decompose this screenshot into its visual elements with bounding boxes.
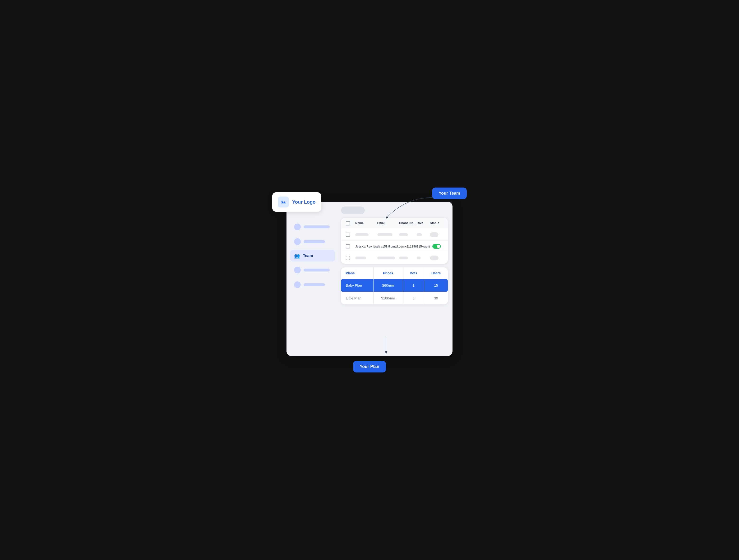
table-header: Name Email Phone No. Role Status — [341, 218, 448, 229]
row3-phone-skeleton — [399, 256, 408, 259]
th-users: Users — [424, 267, 448, 279]
little-plan-name: Little Plan — [341, 292, 373, 305]
th-role: Role — [417, 221, 430, 225]
svg-rect-2 — [280, 199, 287, 205]
baby-plan-name: Baby Plan — [341, 279, 373, 292]
app-window: 👥 Team Name — [287, 202, 452, 356]
row3-checkbox[interactable] — [346, 256, 350, 260]
sidebar-item-4[interactable] — [290, 264, 335, 276]
main-content: Name Email Phone No. Role Status — [339, 202, 452, 356]
plan-row-baby[interactable]: Baby Plan $60/mo 1 15 — [341, 279, 448, 292]
header-checkbox[interactable] — [346, 221, 350, 225]
row3-role-skeleton — [417, 256, 421, 259]
sidebar-dot-5 — [294, 282, 301, 288]
th-name: Name — [355, 221, 377, 225]
baby-plan-users: 15 — [424, 279, 448, 292]
svg-point-3 — [281, 201, 283, 202]
table-row — [341, 229, 448, 241]
row3-email-skeleton — [377, 256, 395, 259]
sidebar-item-team[interactable]: 👥 Team — [290, 250, 335, 261]
th-bots: Bots — [403, 267, 424, 279]
your-plan-bubble: Your Plan — [353, 361, 386, 372]
sidebar-bar-4 — [304, 268, 330, 271]
sidebar-dot-1 — [294, 224, 301, 230]
row1-email-skeleton — [377, 233, 393, 236]
baby-plan-bots: 1 — [403, 279, 424, 292]
logo-text: Your Logo — [292, 199, 316, 205]
row2-checkbox[interactable] — [346, 244, 350, 248]
sidebar-dot-2 — [294, 238, 301, 245]
row1-name-skeleton — [355, 233, 368, 236]
little-plan-price: $100/mo — [373, 292, 403, 305]
row2-name: Jessica Ray — [355, 245, 373, 248]
sidebar-item-2[interactable] — [290, 235, 335, 248]
search-bar[interactable] — [341, 206, 365, 214]
plans-table: Plans Prices Bots Users Baby Plan $60/mo… — [341, 267, 448, 305]
plans-header-row: Plans Prices Bots Users — [341, 267, 448, 279]
little-plan-bots: 5 — [403, 292, 424, 305]
sidebar-team-label: Team — [303, 253, 313, 258]
sidebar-bar-5 — [304, 283, 325, 286]
row1-role-skeleton — [417, 233, 422, 236]
plan-row-little[interactable]: Little Plan $100/mo 5 30 — [341, 292, 448, 305]
row2-phone: +211846315 — [405, 245, 422, 248]
sidebar: 👥 Team — [287, 202, 339, 356]
plans-card: Plans Prices Bots Users Baby Plan $60/mo… — [341, 267, 448, 305]
th-plans: Plans — [341, 267, 373, 279]
row1-status-skeleton — [430, 232, 439, 237]
row3-name-skeleton — [355, 256, 366, 259]
th-status: Status — [430, 221, 443, 225]
sidebar-item-5[interactable] — [290, 278, 335, 291]
your-team-bubble: Your Team — [432, 188, 467, 199]
row3-status-skeleton — [430, 255, 439, 260]
sidebar-bar-2 — [304, 240, 325, 243]
th-email: Email — [377, 221, 399, 225]
th-phone: Phone No. — [399, 221, 417, 225]
row1-checkbox[interactable] — [346, 233, 350, 237]
little-plan-users: 30 — [424, 292, 448, 305]
row1-phone-skeleton — [399, 233, 408, 236]
th-prices: Prices — [373, 267, 403, 279]
logo-icon — [278, 197, 289, 207]
sidebar-dot-4 — [294, 267, 301, 273]
team-card: Name Email Phone No. Role Status — [341, 218, 448, 264]
team-icon: 👥 — [294, 253, 300, 259]
sidebar-item-1[interactable] — [290, 221, 335, 233]
logo-card: Your Logo — [272, 192, 321, 212]
table-row: Jessica Ray jessica158@gmail.com +211846… — [341, 241, 448, 252]
row2-role: Agent — [422, 245, 433, 248]
table-row — [341, 252, 448, 264]
baby-plan-price: $60/mo — [373, 279, 403, 292]
top-bar — [341, 206, 448, 214]
row2-email: jessica158@gmail.com — [373, 245, 405, 248]
row2-status-toggle[interactable] — [432, 244, 441, 249]
sidebar-bar-1 — [304, 225, 330, 228]
